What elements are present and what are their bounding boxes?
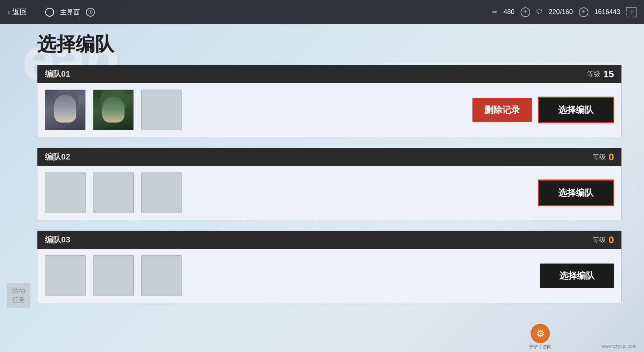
team-03-char-slot-3[interactable] [141, 255, 182, 296]
team-01-select-button[interactable]: 选择编队 [539, 98, 613, 122]
team-02-actions: 选择编队 [538, 180, 614, 206]
currency-value: 1616443 [594, 8, 620, 16]
team-02-level: 等级 0 [592, 151, 614, 163]
team-card-01: 编队01 等级 15 [37, 65, 622, 137]
back-label: 返回 [12, 7, 27, 17]
team-card-03: 编队03 等级 0 选择编队 [37, 231, 622, 303]
char1-head [54, 95, 76, 123]
team-03-level-value: 0 [609, 234, 614, 246]
main-menu-label: 主界面 [60, 8, 80, 17]
add-capacity-button[interactable]: + [579, 7, 588, 17]
team-01-body: 删除记录 选择编队 [37, 83, 621, 137]
team-02-char-slot-2[interactable] [93, 172, 134, 213]
side-activity-mission[interactable]: 活动 任务 [7, 283, 30, 308]
team-02-select-button[interactable]: 选择编队 [539, 181, 613, 205]
char1-avatar [45, 90, 85, 130]
logo-label: 铲子手游网 [529, 344, 551, 350]
top-navigation-bar: ‹ 返回 主界面 ① ✏ 480 + 🛡 220/160 + 1616443 + [0, 0, 644, 24]
stat-capacity-value: 220/160 [549, 8, 573, 16]
team-01-char-slot-3[interactable] [141, 90, 182, 130]
team-02-level-label: 等级 [592, 152, 606, 161]
team-01-char-slot-1[interactable] [45, 90, 86, 130]
char2-background [93, 90, 133, 130]
game-logo-area: ⚙ 铲子手游网 [529, 324, 551, 350]
shovel-circle-logo: ⚙ [531, 324, 550, 343]
add-480-button[interactable]: + [521, 7, 530, 17]
team-03-header: 编队03 等级 0 [37, 231, 621, 249]
char2-avatar [93, 90, 133, 130]
team-02-body: 选择编队 [37, 166, 621, 220]
team-02-level-value: 0 [609, 151, 614, 163]
pen-icon: ✏ [492, 8, 498, 16]
team-card-02: 编队02 等级 0 选择编队 [37, 148, 622, 220]
team-02-header: 编队02 等级 0 [37, 148, 621, 166]
stat-480-value: 480 [504, 8, 515, 16]
team-02-char-slot-1[interactable] [45, 172, 86, 213]
back-button[interactable]: ‹ 返回 [7, 7, 27, 17]
main-menu-button[interactable]: 主界面 [60, 8, 80, 17]
mission-label: 任务 [12, 295, 25, 305]
shovel-icon: ⚙ [536, 328, 545, 339]
team-01-level-label: 等级 [587, 70, 600, 78]
team-03-char-slot-1[interactable] [45, 255, 86, 296]
team-03-level: 等级 0 [592, 234, 614, 246]
activity-label: 活动 [12, 286, 25, 295]
teams-container: 编队01 等级 15 [37, 65, 622, 303]
team-01-level-value: 15 [603, 68, 614, 80]
team-03-actions: 选择编队 [540, 264, 614, 288]
page-title: 选择编队 [37, 31, 114, 57]
side-label-box: 活动 任务 [7, 283, 30, 308]
team-03-body: 选择编队 [37, 249, 621, 303]
char1-background [45, 90, 85, 130]
team-01-header: 编队01 等级 15 [37, 65, 621, 83]
team-01-select-highlight: 选择编队 [538, 97, 614, 123]
team-02-char-slot-3[interactable] [141, 172, 182, 213]
close-button[interactable]: × [624, 7, 633, 22]
team-03-name: 编队03 [45, 234, 70, 245]
info-icon[interactable]: ① [86, 8, 95, 17]
stat-480: 480 [504, 8, 515, 16]
chevron-left-icon: ‹ [7, 7, 10, 17]
website-url: www.czpxjc.com [601, 343, 637, 349]
currency-display: 1616443 [594, 8, 620, 16]
team-03-level-label: 等级 [592, 235, 606, 244]
team-03-select-button[interactable]: 选择编队 [540, 264, 614, 288]
divider [36, 7, 36, 18]
team-01-name: 编队01 [45, 68, 70, 80]
stat-capacity: 220/160 [549, 8, 573, 16]
team-01-char-slot-2[interactable] [93, 90, 134, 130]
team-01-level: 等级 15 [587, 68, 614, 80]
char2-head [102, 97, 125, 123]
status-circle-icon [45, 8, 54, 17]
delete-record-button[interactable]: 删除记录 [472, 98, 532, 122]
team-03-char-slot-2[interactable] [93, 255, 134, 296]
shield-icon: 🛡 [536, 8, 543, 16]
team-02-select-highlight: 选择编队 [538, 180, 614, 206]
team-02-name: 编队02 [45, 151, 70, 162]
team-01-actions: 删除记录 选择编队 [472, 97, 614, 123]
